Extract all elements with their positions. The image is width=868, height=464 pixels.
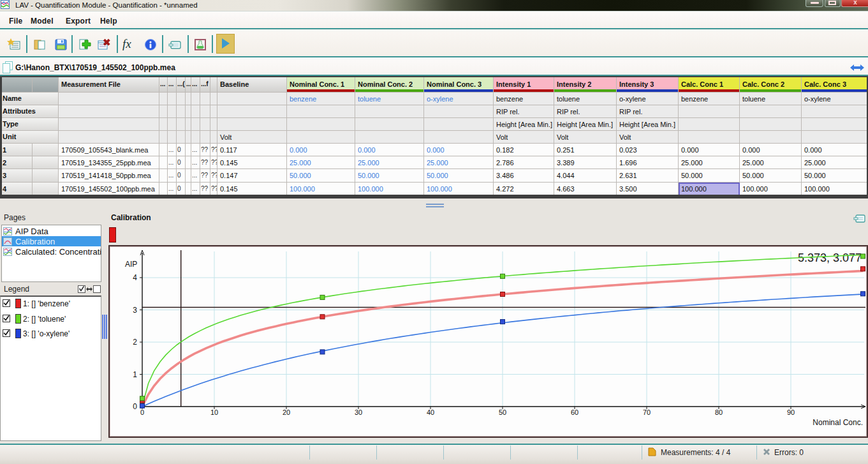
svg-text:20: 20 — [283, 408, 290, 416]
svg-text:80: 80 — [715, 408, 723, 416]
svg-text:4: 4 — [133, 273, 137, 282]
svg-text:10: 10 — [210, 408, 218, 416]
svg-text:30: 30 — [355, 408, 362, 416]
svg-text:0: 0 — [140, 408, 144, 416]
svg-text:Nominal Conc.: Nominal Conc. — [813, 418, 863, 427]
svg-text:3: 3 — [133, 306, 137, 315]
svg-text:1: 1 — [133, 370, 137, 379]
svg-text:90: 90 — [787, 408, 795, 416]
svg-text:5.373, 3.077: 5.373, 3.077 — [798, 251, 862, 264]
svg-text:0: 0 — [133, 402, 137, 411]
svg-text:60: 60 — [571, 408, 578, 416]
svg-text:40: 40 — [427, 408, 434, 416]
svg-text:50: 50 — [499, 408, 506, 416]
svg-text:2: 2 — [133, 338, 137, 347]
svg-text:AIP: AIP — [125, 260, 137, 269]
svg-text:70: 70 — [643, 408, 651, 416]
